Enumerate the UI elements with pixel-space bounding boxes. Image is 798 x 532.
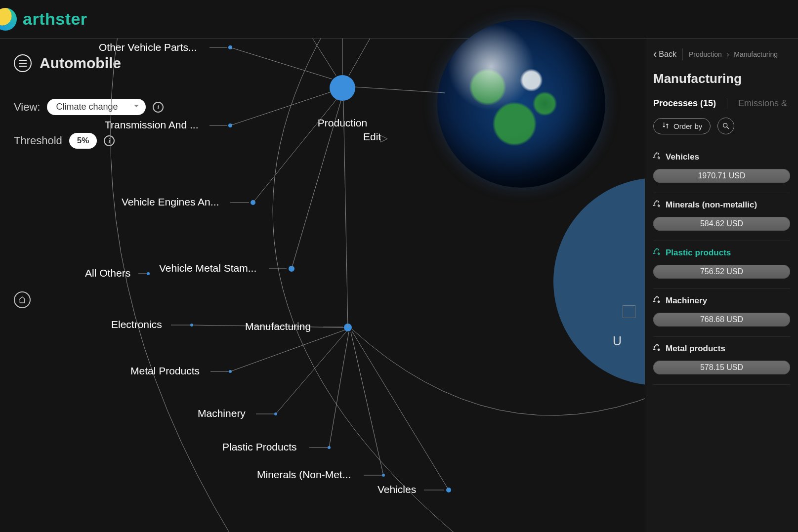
svg-text:Transmission And ...: Transmission And ...: [105, 119, 198, 130]
svg-line-34: [230, 330, 345, 371]
production-node[interactable]: [330, 75, 355, 101]
recycle-icon: [653, 152, 661, 162]
divider: [682, 48, 683, 60]
order-by-button[interactable]: Order by: [653, 118, 711, 134]
node-plastic-products[interactable]: Plastic Products: [222, 332, 349, 452]
side-panel: Back Production › Manufacturing Manufact…: [645, 39, 798, 532]
svg-line-50: [352, 331, 449, 490]
process-value: 1970.71 USD: [653, 169, 790, 183]
edit-button[interactable]: Edit: [363, 131, 387, 142]
process-value: 578.15 USD: [653, 361, 790, 374]
svg-text:Vehicle Metal Stam...: Vehicle Metal Stam...: [159, 262, 256, 274]
svg-text:Vehicle Engines An...: Vehicle Engines An...: [122, 196, 219, 207]
side-tabs: Processes (15) Emissions &: [645, 98, 798, 118]
process-name: Plastic products: [666, 248, 731, 258]
process-name: Machinery: [666, 296, 707, 306]
node-metal-products[interactable]: Metal Products: [130, 330, 345, 376]
divider: [727, 98, 727, 109]
svg-text:All Others: All Others: [85, 267, 130, 279]
svg-text:Manufacturing: Manufacturing: [245, 321, 311, 332]
breadcrumb[interactable]: Production › Manufacturing: [689, 50, 778, 58]
topbar: arthster: [0, 0, 798, 39]
production-label: Production: [318, 117, 367, 128]
back-button[interactable]: Back: [653, 49, 676, 60]
process-item[interactable]: Vehicles1970.71 USD: [653, 145, 790, 193]
node-transmission[interactable]: Transmission And ...: [105, 92, 331, 130]
recycle-icon: [653, 296, 661, 306]
node-manufacturing[interactable]: Manufacturing: [245, 101, 352, 332]
process-name: Metal products: [666, 344, 725, 354]
sort-icon: [662, 122, 670, 131]
svg-point-52: [723, 123, 727, 127]
process-value: 584.62 USD: [653, 217, 790, 231]
process-item[interactable]: Metal products578.15 USD: [653, 337, 790, 385]
svg-line-53: [727, 127, 729, 129]
node-all-others[interactable]: All Others: [85, 267, 150, 279]
node-vehicles[interactable]: Vehicles: [352, 331, 451, 495]
svg-text:Electronics: Electronics: [111, 319, 162, 330]
svg-line-42: [329, 332, 349, 448]
process-item[interactable]: Plastic products756.52 USD: [653, 241, 790, 289]
process-value: 756.52 USD: [653, 265, 790, 279]
brand-logo[interactable]: arthster: [0, 8, 87, 31]
node-vehicle-engines[interactable]: Vehicle Engines An...: [122, 99, 337, 207]
svg-text:Edit: Edit: [363, 131, 381, 142]
svg-line-22: [292, 101, 341, 269]
svg-point-18: [147, 272, 150, 275]
process-name: Minerals (non-metallic): [666, 200, 757, 210]
process-item[interactable]: Machinery768.68 USD: [653, 289, 790, 337]
recycle-icon: [653, 200, 661, 210]
svg-line-15: [253, 99, 337, 203]
tab-processes[interactable]: Processes (15): [653, 98, 716, 109]
side-panel-title: Manufacturing: [645, 66, 798, 98]
node-machinery[interactable]: Machinery: [198, 331, 347, 419]
svg-line-11: [230, 92, 331, 125]
process-item[interactable]: Minerals (non-metallic)584.62 USD: [653, 193, 790, 241]
svg-text:Minerals (Non-Met...: Minerals (Non-Met...: [257, 469, 351, 480]
svg-text:Other Vehicle Parts...: Other Vehicle Parts...: [99, 41, 197, 53]
svg-line-51: [355, 87, 445, 93]
search-button[interactable]: [717, 118, 734, 134]
svg-line-46: [351, 332, 383, 475]
process-graph[interactable]: Production Edit Other Vehicle Parts... T…: [0, 39, 645, 532]
svg-text:Vehicles: Vehicles: [378, 484, 416, 495]
svg-line-3: [349, 39, 376, 76]
node-other-vehicle-parts[interactable]: Other Vehicle Parts...: [99, 41, 332, 79]
svg-text:Machinery: Machinery: [198, 408, 246, 419]
svg-line-7: [230, 47, 332, 79]
process-value: 768.68 USD: [653, 313, 790, 327]
tab-emissions[interactable]: Emissions &: [738, 98, 787, 109]
process-name: Vehicles: [666, 152, 699, 162]
svg-line-38: [276, 331, 347, 414]
brand-name: arthster: [23, 9, 87, 29]
svg-text:Plastic Products: Plastic Products: [222, 441, 297, 452]
recycle-icon: [653, 248, 661, 258]
svg-line-30: [343, 101, 348, 327]
svg-text:Metal Products: Metal Products: [130, 365, 200, 376]
recycle-icon: [653, 344, 661, 354]
logo-globe-icon: [0, 8, 17, 31]
